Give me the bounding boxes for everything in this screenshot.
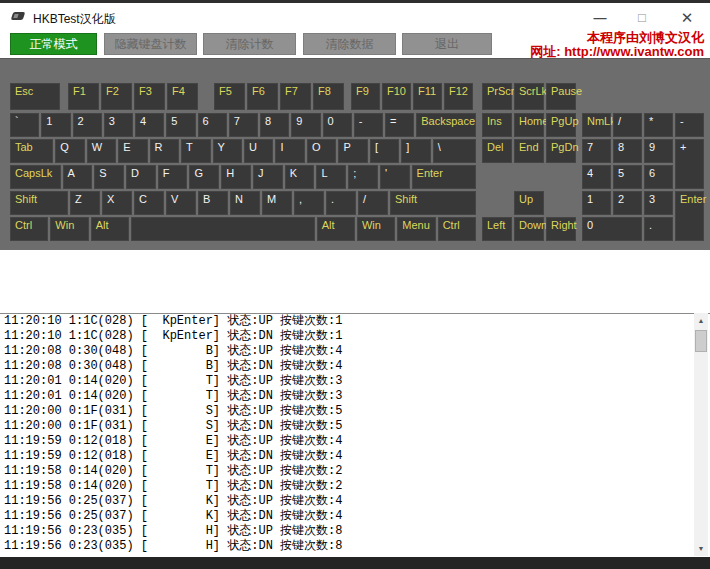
key-label: I bbox=[276, 140, 303, 153]
key-r: R bbox=[150, 139, 179, 163]
key-label: Backspace bbox=[417, 114, 475, 127]
key-label: F5 bbox=[215, 84, 244, 97]
key-f10: F10 bbox=[382, 83, 411, 110]
key-label: Esc bbox=[11, 84, 59, 97]
key-label: A bbox=[64, 166, 92, 179]
clear-data-button[interactable]: 清除数据 bbox=[303, 33, 396, 55]
key-label: D bbox=[127, 166, 155, 179]
log-line: 11:19:59 0:12(018) [ E] 状态:UP 按键次数:4 bbox=[0, 434, 710, 449]
key-end: End bbox=[514, 139, 544, 163]
key-f2: F2 bbox=[101, 83, 132, 110]
log-line: 11:19:59 0:12(018) [ E] 状态:DN 按键次数:4 bbox=[0, 449, 710, 464]
close-icon[interactable]: ✕ bbox=[672, 9, 702, 27]
key-label: Menu bbox=[398, 218, 434, 231]
key-t: T bbox=[181, 139, 210, 163]
key-label: H bbox=[222, 166, 250, 179]
key-2: 2 bbox=[73, 113, 102, 137]
key-f3: F3 bbox=[134, 83, 165, 110]
normal-mode-button[interactable]: 正常模式 bbox=[10, 33, 97, 55]
key-asterisk: * bbox=[644, 113, 673, 137]
key-8: 8 bbox=[260, 113, 289, 137]
key-scrlk: ScrLk bbox=[514, 83, 544, 110]
key-x: X bbox=[102, 191, 132, 215]
counter-fields: 当前: 当前最大: 最大: 11:19:37> R-Shift ] Space … bbox=[0, 250, 710, 313]
key-f11: F11 bbox=[413, 83, 442, 110]
credit-text: 本程序由刘博文汉化 网址: http://www.ivantw.com bbox=[530, 31, 704, 59]
log-line: 11:19:56 0:23(035) [ H] 状态:UP 按键次数:8 bbox=[0, 524, 710, 539]
key-label: F4 bbox=[168, 84, 197, 97]
key-label: F1 bbox=[69, 84, 98, 97]
key-label: 9 bbox=[645, 140, 672, 153]
key-enter: Enter bbox=[412, 165, 476, 189]
key-l: L bbox=[316, 165, 346, 189]
log-line: 11:19:56 0:23(035) [ H] 状态:DN 按键次数:8 bbox=[0, 539, 710, 554]
key-label: Del bbox=[483, 140, 511, 153]
key-label: F9 bbox=[352, 84, 379, 97]
key-4: 4 bbox=[582, 165, 611, 189]
log-scrollbar[interactable]: ▲ ▼ bbox=[694, 313, 708, 556]
key-h: H bbox=[221, 165, 251, 189]
key-w: W bbox=[87, 139, 116, 163]
key-f6: F6 bbox=[247, 83, 278, 110]
scroll-up-icon[interactable]: ▲ bbox=[694, 313, 708, 328]
key-shift: Shift bbox=[10, 191, 68, 215]
key-v: V bbox=[166, 191, 196, 215]
log-line: 11:20:01 0:14(020) [ T] 状态:DN 按键次数:3 bbox=[0, 389, 710, 404]
credit-line-1: 本程序由刘博文汉化 bbox=[530, 31, 704, 45]
key-label: E bbox=[119, 140, 146, 153]
key-ctrl: Ctrl bbox=[438, 217, 476, 241]
key-label: . bbox=[645, 218, 672, 231]
key-label: 8 bbox=[614, 140, 641, 153]
key-label: Enter bbox=[413, 166, 475, 179]
key-label: . bbox=[327, 192, 355, 205]
key-backspace: Backspace bbox=[416, 113, 476, 137]
key-f8: F8 bbox=[313, 83, 344, 110]
key-period: . bbox=[644, 217, 673, 241]
key-label: PgDn bbox=[547, 140, 575, 153]
key-label: Shift bbox=[391, 192, 475, 205]
key-f4: F4 bbox=[167, 83, 198, 110]
key-label: - bbox=[355, 114, 382, 127]
key-g: G bbox=[189, 165, 219, 189]
maximize-button[interactable]: □ bbox=[627, 9, 657, 27]
key-6: 6 bbox=[644, 165, 673, 189]
exit-button[interactable]: 退出 bbox=[402, 33, 492, 55]
scroll-thumb[interactable] bbox=[695, 330, 707, 352]
key-label: / bbox=[614, 114, 641, 127]
key-log[interactable]: 11:20:10 1:1C(028) [ KpEnter] 状态:UP 按键次数… bbox=[0, 313, 710, 557]
key-label: J bbox=[254, 166, 282, 179]
key-label: NmLk bbox=[583, 114, 610, 127]
key-label: PgUp bbox=[547, 114, 575, 127]
app-icon bbox=[11, 10, 26, 22]
key-1: 1 bbox=[41, 113, 70, 137]
key-label: \ bbox=[434, 140, 475, 153]
key-label: 2 bbox=[614, 192, 641, 205]
key-label: End bbox=[515, 140, 543, 153]
scroll-down-icon[interactable]: ▼ bbox=[694, 541, 708, 556]
key-label: * bbox=[645, 114, 672, 127]
key-del: Del bbox=[482, 139, 512, 163]
hide-keyboard-count-button[interactable]: 隐藏键盘计数 bbox=[104, 33, 197, 55]
key-label: Up bbox=[515, 192, 543, 205]
keyboard-row: ShiftZXCVBNM,./Shift bbox=[10, 191, 476, 215]
key-label: X bbox=[103, 192, 131, 205]
key-minus: - bbox=[354, 113, 383, 137]
log-line: 11:20:00 0:1F(031) [ S] 状态:DN 按键次数:5 bbox=[0, 419, 710, 434]
key-f1: F1 bbox=[68, 83, 99, 110]
key-label: Right bbox=[547, 218, 575, 231]
key-label: = bbox=[386, 114, 413, 127]
key-minus: - bbox=[675, 113, 704, 137]
log-line: 11:20:08 0:30(048) [ B] 状态:UP 按键次数:4 bbox=[0, 344, 710, 359]
clear-count-button[interactable]: 清除计数 bbox=[203, 33, 296, 55]
key-slash: / bbox=[613, 113, 642, 137]
key-d: D bbox=[126, 165, 156, 189]
key-slash: / bbox=[358, 191, 388, 215]
window-title: HKBTest汉化版 bbox=[33, 11, 116, 28]
key-o: O bbox=[307, 139, 336, 163]
minimize-button[interactable]: — bbox=[585, 9, 615, 27]
key-7: 7 bbox=[582, 139, 611, 163]
key-label: 8 bbox=[261, 114, 288, 127]
key-pgdn: PgDn bbox=[546, 139, 576, 163]
key-q: Q bbox=[55, 139, 84, 163]
key-f9: F9 bbox=[351, 83, 380, 110]
